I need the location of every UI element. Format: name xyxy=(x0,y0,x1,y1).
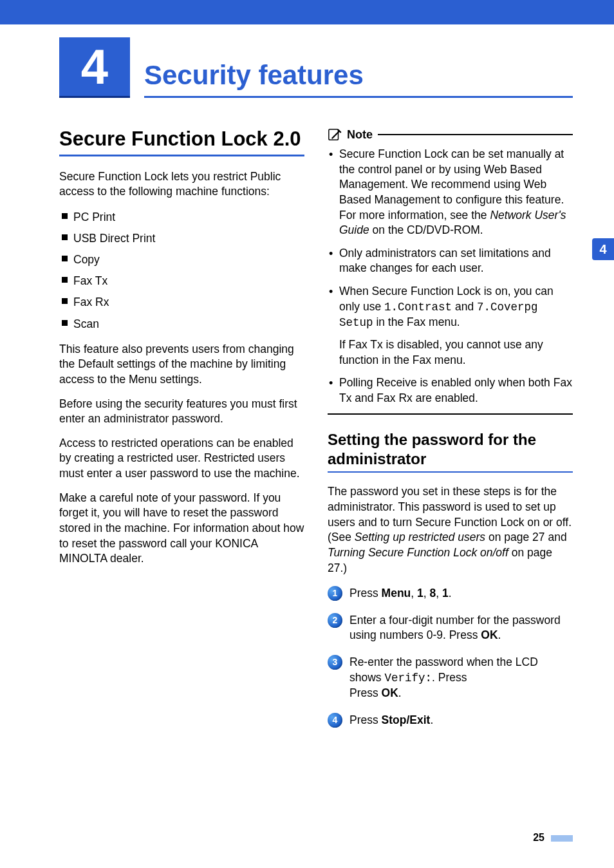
intro-em2: Turning Secure Function Lock on/off xyxy=(328,546,508,559)
chapter-header: 4 Security features xyxy=(59,37,573,98)
intro-em1: Setting up restricted users xyxy=(355,531,485,543)
page-number: 25 xyxy=(533,832,573,844)
s2-ok: OK xyxy=(481,628,498,641)
s2-end: . xyxy=(498,628,501,641)
side-chapter-tab: 4 xyxy=(592,238,614,260)
note3-post: in the Fax menu. xyxy=(373,316,460,328)
feature-scan: Scan xyxy=(59,316,304,333)
step-badge-1: 1 xyxy=(328,586,342,601)
step-4: 4 Press Stop/Exit. xyxy=(328,713,573,728)
s3-end: . xyxy=(398,686,402,699)
s3-mid: . Press xyxy=(432,671,467,684)
s4-pre: Press xyxy=(349,713,382,726)
chapter-title: Security features xyxy=(144,60,573,98)
s1-end: . xyxy=(449,587,452,599)
top-blue-band xyxy=(0,0,614,24)
s1-k1b: 1 xyxy=(442,587,449,599)
s1-c1: , xyxy=(423,587,430,599)
step-3: 3 Re-enter the password when the LCD sho… xyxy=(328,655,573,701)
note-item-polling: Polling Receive is enabled only when bot… xyxy=(328,375,573,406)
sfl-intro-para: Secure Function Lock lets you restrict P… xyxy=(59,169,304,200)
admin-pwd-intro: The password you set in these steps is f… xyxy=(328,484,573,576)
sfl-para-note-pwd: Make a careful note of your password. If… xyxy=(59,491,304,567)
note3-sub: If Fax Tx is disabled, you cannot use an… xyxy=(339,337,573,368)
sfl-para-restricted: Access to restricted operations can be e… xyxy=(59,436,304,482)
feature-fax-tx: Fax Tx xyxy=(59,272,304,290)
right-column: Note Secure Function Lock can be set man… xyxy=(328,127,573,740)
s3-code: Verify: xyxy=(384,672,432,684)
s1-pre: Press xyxy=(349,587,382,599)
note-item-faxmenu: When Secure Function Lock is on, you can… xyxy=(328,284,573,368)
sfl-para-prevent: This feature also prevents users from ch… xyxy=(59,342,304,388)
note-item-wbm: Secure Function Lock can be set manually… xyxy=(328,147,573,238)
s1-mid: , xyxy=(411,587,417,599)
page-content: 4 Security features Secure Function Lock… xyxy=(0,24,614,740)
step-badge-4: 4 xyxy=(328,713,342,728)
s3-ok: OK xyxy=(382,686,398,699)
note-heading: Note xyxy=(328,127,573,142)
s4-stopexit: Stop/Exit xyxy=(382,713,431,726)
left-column: Secure Function Lock 2.0 Secure Function… xyxy=(59,127,304,740)
s4-end: . xyxy=(430,713,433,726)
feature-fax-rx: Fax Rx xyxy=(59,294,304,311)
note3-code1: 1.Contrast xyxy=(384,301,452,314)
s1-k8: 8 xyxy=(430,587,436,599)
note-list: Secure Function Lock can be set manually… xyxy=(328,147,573,406)
note-icon xyxy=(328,127,342,142)
step-2: 2 Enter a four-digit number for the pass… xyxy=(328,613,573,643)
feature-list: PC Print USB Direct Print Copy Fax Tx Fa… xyxy=(59,209,304,333)
sfl-para-admin-pwd: Before using the security features you m… xyxy=(59,397,304,427)
note1-post: on the CD/DVD-ROM. xyxy=(369,223,483,236)
step-badge-2: 2 xyxy=(328,613,342,628)
s1-k1: 1 xyxy=(417,587,423,599)
note-bottom-rule xyxy=(328,413,573,415)
subsection-heading-admin-pwd: Setting the password for the administrat… xyxy=(328,430,573,473)
feature-pc-print: PC Print xyxy=(59,209,304,226)
steps-list: 1 Press Menu, 1, 8, 1. 2 Enter a four-di… xyxy=(328,586,573,728)
s1-menu: Menu xyxy=(382,587,411,599)
chapter-number-box: 4 xyxy=(59,37,130,98)
s1-c2: , xyxy=(436,587,442,599)
note3-mid: and xyxy=(452,300,477,313)
step-1: 1 Press Menu, 1, 8, 1. xyxy=(328,586,573,601)
step-badge-3: 3 xyxy=(328,655,342,670)
note-rule xyxy=(378,134,573,135)
intro-mid1: on page 27 and xyxy=(485,531,567,543)
section-heading-sfl: Secure Function Lock 2.0 xyxy=(59,127,304,156)
s2-text: Enter a four-digit number for the passwo… xyxy=(349,614,561,642)
note-label: Note xyxy=(347,128,373,142)
note-item-admins: Only administrators can set limitations … xyxy=(328,246,573,276)
feature-usb-direct: USB Direct Print xyxy=(59,230,304,247)
feature-copy: Copy xyxy=(59,251,304,269)
